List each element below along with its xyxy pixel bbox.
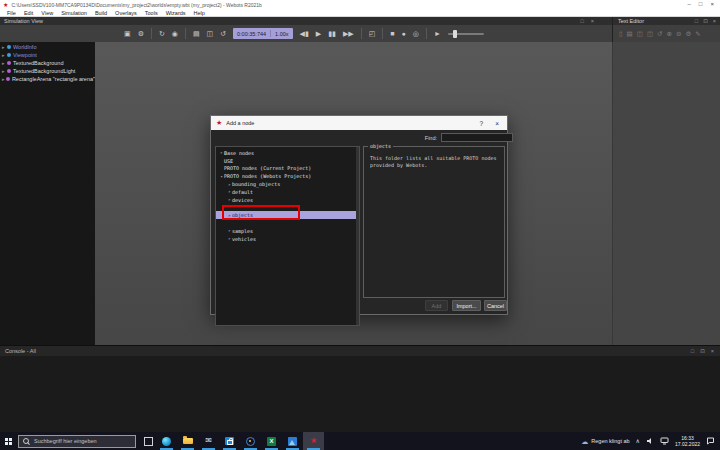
system-tray: ☁ Regen klingt ab ∧ 16:33 17.02.2022	[581, 432, 720, 450]
weather-widget[interactable]: ☁ Regen klingt ab	[581, 438, 629, 445]
float-icon[interactable]: ⊡	[703, 18, 708, 24]
pointer-icon[interactable]: ►	[434, 25, 441, 42]
menu-item-file[interactable]: File	[3, 9, 20, 17]
cancel-button[interactable]: Cancel	[484, 300, 507, 311]
start-button[interactable]	[0, 432, 16, 450]
editor-settings-icon[interactable]: ⚙	[685, 30, 691, 38]
menu-item-help[interactable]: Help	[190, 9, 209, 17]
tree-item-vehicles[interactable]: vehicles	[216, 235, 359, 243]
taskbar-search[interactable]	[18, 435, 136, 448]
text-editor-panel[interactable]	[612, 42, 720, 345]
revert-file-icon[interactable]: ↺	[657, 30, 662, 38]
taskbar-circular-app-button[interactable]	[240, 432, 261, 450]
scene-tree-item-texturedbackgroundlight[interactable]: ▸ TexturedBackgroundLight	[0, 67, 95, 75]
menu-item-edit[interactable]: Edit	[20, 9, 37, 17]
scene-tree-item-texturedbackground[interactable]: ▸ TexturedBackground	[0, 59, 95, 67]
taskbar-store-button[interactable]	[219, 432, 240, 450]
fast-forward-icon[interactable]: ▶▶	[343, 25, 354, 42]
taskbar-edge-button[interactable]	[156, 432, 177, 450]
maximize-button[interactable]: □	[699, 0, 703, 9]
gear-icon[interactable]: ⚙	[138, 25, 144, 42]
tree-item-devices[interactable]: devices	[216, 196, 359, 204]
window-title: C:\Users\SSDV100-MM7CA9P0134D\Documents\…	[11, 2, 261, 8]
dialog-help-button[interactable]: ?	[480, 120, 484, 127]
pause-icon[interactable]: ▮▮	[328, 25, 336, 42]
proto-node-icon	[7, 69, 11, 73]
webots-app-icon: ★	[3, 2, 8, 8]
scene-tree-item-viewpoint[interactable]: ▸ Viewpoint	[0, 51, 95, 59]
step-back-icon[interactable]: ◀▮	[300, 25, 309, 42]
tree-item-bounding-objects[interactable]: bounding_objects	[216, 180, 359, 188]
close-dock-icon[interactable]: ×	[713, 18, 716, 24]
save-file-icon[interactable]: ◫	[637, 30, 643, 38]
tree-item-proto-webots-projects[interactable]: PROTO nodes (Webots Projects)	[216, 172, 359, 180]
search-input[interactable]	[32, 437, 135, 445]
taskbar-mail-button[interactable]: ✉	[198, 432, 219, 450]
menu-item-wizards[interactable]: Wizards	[162, 9, 190, 17]
tree-item-samples[interactable]: samples	[216, 227, 359, 235]
undock-icon[interactable]: □	[695, 18, 698, 24]
undock-icon[interactable]: □	[691, 348, 694, 354]
clock[interactable]: 16:33 17.02.2022	[675, 435, 700, 447]
simulation-view-dock-header: Simulation View □ ×	[0, 17, 612, 25]
save-as-icon[interactable]: ◫	[647, 30, 653, 38]
tree-item-use[interactable]: USE	[216, 157, 359, 165]
taskbar-webots-button[interactable]: ★	[303, 432, 324, 450]
scene-tree-item-rectanglearena[interactable]: ▸ RectangleArena "rectangle arena"	[0, 75, 95, 83]
menu-item-simulation[interactable]: Simulation	[57, 9, 91, 17]
menu-item-view[interactable]: View	[37, 9, 57, 17]
windows-taskbar: ✉ X ★ ☁ Regen klingt ab ∧ 16:33 17.02.20…	[0, 432, 720, 450]
red-annotation-rectangle	[222, 205, 300, 220]
taskbar-photos-button[interactable]	[282, 432, 303, 450]
overlay-windows-icon[interactable]: ◰	[369, 25, 376, 42]
dialog-close-button[interactable]: ×	[495, 120, 499, 127]
menu-item-build[interactable]: Build	[91, 9, 111, 17]
reload-world-icon[interactable]: ↺	[220, 25, 226, 42]
taskbar-excel-button[interactable]: X	[261, 432, 282, 450]
speed-slider[interactable]	[448, 33, 484, 35]
taskbar-file-explorer-button[interactable]	[177, 432, 198, 450]
float-icon[interactable]: ⊡	[700, 348, 705, 354]
stop-movie-icon[interactable]: ■	[390, 25, 394, 42]
screenshot-icon[interactable]: ◎	[413, 25, 419, 42]
eye-icon[interactable]: ◉	[172, 25, 178, 42]
tree-item-proto-current-project[interactable]: PROTO nodes (Current Project)	[216, 165, 359, 173]
record-movie-icon[interactable]: ●	[402, 25, 406, 42]
dialog-titlebar[interactable]: ★ Add a node ? ×	[211, 116, 507, 130]
close-button[interactable]: ×	[710, 0, 714, 9]
tree-item-base-nodes[interactable]: Base nodes	[216, 149, 359, 157]
webots-dialog-icon: ★	[216, 119, 222, 127]
menu-item-tools[interactable]: Tools	[141, 9, 162, 17]
undock-icon[interactable]: □	[580, 18, 583, 24]
find-input[interactable]	[441, 133, 513, 142]
circular-app-icon	[246, 437, 255, 446]
import-button[interactable]: Import...	[452, 300, 481, 311]
zoom-in-icon[interactable]: ⊕	[667, 30, 672, 38]
open-world-icon[interactable]: ▤	[193, 25, 200, 42]
close-dock-icon[interactable]: ×	[591, 18, 594, 24]
zoom-out-icon[interactable]: ⊖	[676, 30, 681, 38]
tree-scrollbar[interactable]	[356, 147, 359, 325]
mail-icon: ✉	[205, 437, 212, 445]
action-center-icon[interactable]	[706, 437, 715, 445]
new-file-icon[interactable]: ▯	[619, 30, 623, 38]
reset-simulation-icon[interactable]: ↻	[159, 25, 165, 42]
network-display-icon[interactable]	[660, 437, 669, 445]
save-world-icon[interactable]: ◫	[207, 25, 214, 42]
volume-icon[interactable]	[646, 437, 654, 445]
task-view-icon	[144, 437, 153, 446]
tree-item-obscured[interactable]	[216, 219, 359, 227]
minimize-button[interactable]: –	[688, 0, 691, 9]
open-file-icon[interactable]: ▤	[627, 30, 633, 38]
close-dock-icon[interactable]: ×	[711, 348, 714, 354]
slider-handle[interactable]	[453, 30, 457, 38]
tray-chevron-up-icon[interactable]: ∧	[636, 432, 640, 450]
task-view-button[interactable]	[140, 432, 156, 450]
pen-icon[interactable]: ✎	[695, 30, 700, 38]
add-button[interactable]: Add	[425, 300, 448, 311]
play-icon[interactable]: ▶	[316, 25, 321, 42]
menu-item-overlays[interactable]: Overlays	[111, 9, 141, 17]
tree-item-default[interactable]: default	[216, 188, 359, 196]
scene-tree-item-worldinfo[interactable]: ▸ WorldInfo	[0, 43, 95, 51]
perspective-icon[interactable]: ▣	[124, 25, 131, 42]
